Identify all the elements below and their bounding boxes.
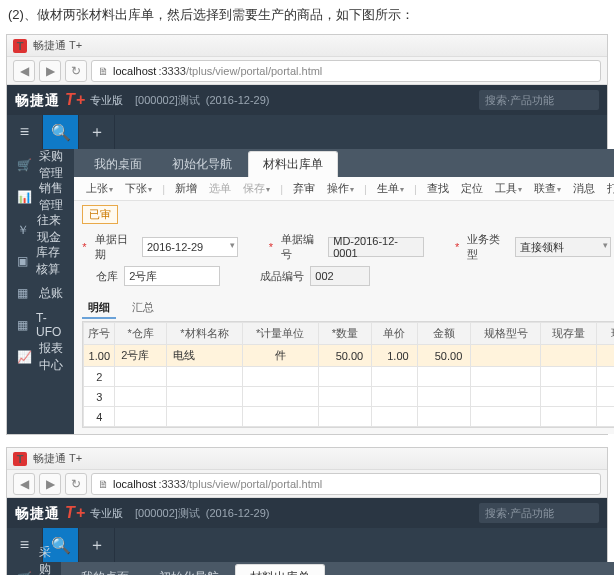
cmd-print[interactable]: 打印▾ bbox=[603, 181, 614, 196]
sidebar-item-gl[interactable]: ▦总账 bbox=[7, 277, 74, 309]
lbl-warehouse: 仓库 bbox=[96, 269, 118, 284]
cmd-locate[interactable]: 定位 bbox=[457, 181, 487, 196]
subtab-summary[interactable]: 汇总 bbox=[126, 298, 160, 319]
grid-row[interactable]: 4 bbox=[84, 407, 614, 427]
detail-grid: 序号*仓库*材料名称*计量单位*数量单价金额规格型号现存量现存量说明 1.00 … bbox=[82, 321, 614, 428]
input-biz-type[interactable]: 直接领料▾ bbox=[515, 237, 611, 257]
sidebar-item-report[interactable]: 📈报表中心 bbox=[7, 341, 74, 373]
page-tabs: 我的桌面 初始化导航 材料出库单 bbox=[74, 149, 614, 177]
grid-header: 序号*仓库*材料名称*计量单位*数量单价金额规格型号现存量现存量说明 bbox=[84, 323, 614, 345]
nav-fwd-icon[interactable]: ▶ bbox=[39, 473, 61, 495]
grid-row[interactable]: 1.00 2号库 电线 件 50.00 1.00 50.00 bbox=[84, 345, 614, 367]
nav-fwd-icon[interactable]: ▶ bbox=[39, 60, 61, 82]
tab-init[interactable]: 初始化导航 bbox=[145, 564, 233, 575]
brand-logo: 畅捷通 T+ bbox=[15, 504, 86, 523]
global-search[interactable]: 搜索·产品功能 bbox=[479, 90, 599, 110]
nav-reload-icon[interactable]: ↻ bbox=[65, 473, 87, 495]
cart-icon: 🛒 bbox=[17, 158, 31, 172]
edition: 专业版 bbox=[90, 93, 123, 108]
edition: 专业版 bbox=[90, 506, 123, 521]
cmd-ops[interactable]: 操作▾ bbox=[323, 181, 358, 196]
lbl-product-no: 成品编号 bbox=[260, 269, 304, 284]
global-search[interactable]: 搜索·产品功能 bbox=[479, 503, 599, 523]
cmd-gen[interactable]: 生单▾ bbox=[373, 181, 408, 196]
grid-subtabs: 明细 汇总 bbox=[74, 294, 614, 319]
account: [000002]测试 bbox=[135, 93, 200, 108]
sidebar: 🛒采购管理 📊销售管理 ￥往来现金 ▣库存核算 ▦总账 bbox=[7, 562, 61, 575]
grid-row[interactable]: 2 bbox=[84, 367, 614, 387]
menu-icon[interactable]: ≡ bbox=[7, 528, 43, 562]
cmd-tools[interactable]: 工具▾ bbox=[491, 181, 526, 196]
subtab-detail[interactable]: 明细 bbox=[82, 298, 116, 319]
sidebar-item-stock[interactable]: ▣库存核算 bbox=[7, 245, 74, 277]
nav-back-icon[interactable]: ◀ bbox=[13, 60, 35, 82]
urlbar: ◀ ▶ ↻ 🗎 localhost:3333/tplus/view/portal… bbox=[7, 470, 607, 498]
app-icon: T bbox=[13, 452, 27, 466]
cmd-select: 选单 bbox=[205, 181, 235, 196]
status-badge: 已审 bbox=[82, 205, 118, 224]
tab-material-out[interactable]: 材料出库单 bbox=[235, 564, 325, 575]
grid-icon: ▦ bbox=[17, 318, 28, 332]
app-window-1: T 畅捷通 T+ ◀ ▶ ↻ 🗎 localhost:3333/tplus/vi… bbox=[6, 34, 608, 435]
cmd-unapprove[interactable]: 弃审 bbox=[289, 181, 319, 196]
grid-icon: ▦ bbox=[17, 286, 31, 300]
lbl-biz-type: 业务类型 bbox=[467, 232, 508, 262]
cmd-related[interactable]: 联查▾ bbox=[530, 181, 565, 196]
lbl-bill-no: 单据编号 bbox=[281, 232, 322, 262]
add-icon[interactable]: ＋ bbox=[79, 528, 115, 562]
sidebar-item-sales[interactable]: 📊销售管理 bbox=[7, 181, 74, 213]
cart-icon: 🛒 bbox=[17, 571, 31, 575]
top-toolbar: ≡ 🔍 ＋ bbox=[7, 115, 607, 149]
instruction-text: (2)、做材两张材料出库单，然后选择到需要生产的商品，如下图所示： bbox=[0, 0, 614, 30]
top-toolbar: ≡ 🔍 ＋ bbox=[7, 528, 607, 562]
input-bill-date[interactable]: 2016-12-29▾ bbox=[142, 237, 238, 257]
address-bar[interactable]: 🗎 localhost:3333/tplus/view/portal/porta… bbox=[91, 473, 601, 495]
page-tabs: 我的桌面 初始化导航 材料出库单 bbox=[61, 562, 614, 575]
box-icon: ▣ bbox=[17, 254, 28, 268]
tab-material-out[interactable]: 材料出库单 bbox=[248, 151, 338, 177]
sidebar-item-tufo[interactable]: ▦T-UFO bbox=[7, 309, 74, 341]
app-icon: T bbox=[13, 39, 27, 53]
sidebar: 🛒采购管理 📊销售管理 ￥往来现金 ▣库存核算 ▦总账 ▦T-UFO 📈报表中心 bbox=[7, 149, 74, 434]
coin-icon: ￥ bbox=[17, 222, 29, 236]
grid-row[interactable]: 3 bbox=[84, 387, 614, 407]
add-icon[interactable]: ＋ bbox=[79, 115, 115, 149]
cmd-find[interactable]: 查找 bbox=[423, 181, 453, 196]
cmd-msg[interactable]: 消息 bbox=[569, 181, 599, 196]
brand-date: (2016-12-29) bbox=[206, 94, 270, 106]
address-bar[interactable]: 🗎 localhost:3333/tplus/view/portal/porta… bbox=[91, 60, 601, 82]
input-bill-no[interactable]: MD-2016-12-0001 bbox=[328, 237, 424, 257]
cmd-next[interactable]: 下张▾ bbox=[121, 181, 156, 196]
account: [000002]测试 bbox=[135, 506, 200, 521]
app-window-2: T 畅捷通 T+ ◀ ▶ ↻ 🗎 localhost:3333/tplus/vi… bbox=[6, 447, 608, 575]
urlbar: ◀ ▶ ↻ 🗎 localhost:3333/tplus/view/portal… bbox=[7, 57, 607, 85]
brand-logo: 畅捷通 T+ bbox=[15, 91, 86, 110]
chart-icon: 📊 bbox=[17, 190, 31, 204]
lbl-bill-date: 单据日期 bbox=[95, 232, 136, 262]
doc-icon: 📈 bbox=[17, 350, 31, 364]
sidebar-item-cash[interactable]: ￥往来现金 bbox=[7, 213, 74, 245]
brandbar: 畅捷通 T+ 专业版 [000002]测试 (2016-12-29) 搜索·产品… bbox=[7, 498, 607, 528]
input-warehouse[interactable]: 2号库 bbox=[124, 266, 220, 286]
nav-back-icon[interactable]: ◀ bbox=[13, 473, 35, 495]
sidebar-item-purchase[interactable]: 🛒采购管理 bbox=[7, 562, 61, 575]
command-bar: 上张▾ 下张▾ | 新增 选单 保存▾ | 弃审 操作▾ | 生单▾ | 查找 … bbox=[74, 177, 614, 201]
brand-date: (2016-12-29) bbox=[206, 507, 270, 519]
titlebar: T 畅捷通 T+ bbox=[7, 448, 607, 470]
brandbar: 畅捷通 T+ 专业版 [000002]测试 (2016-12-29) 搜索·产品… bbox=[7, 85, 607, 115]
app-title: 畅捷通 T+ bbox=[33, 38, 82, 53]
header-form: *单据日期 2016-12-29▾ *单据编号 MD-2016-12-0001 … bbox=[74, 228, 614, 294]
menu-icon[interactable]: ≡ bbox=[7, 115, 43, 149]
cmd-prev[interactable]: 上张▾ bbox=[82, 181, 117, 196]
search-icon[interactable]: 🔍 bbox=[43, 115, 79, 149]
app-title: 畅捷通 T+ bbox=[33, 451, 82, 466]
tab-desktop[interactable]: 我的桌面 bbox=[80, 151, 156, 177]
tab-init[interactable]: 初始化导航 bbox=[158, 151, 246, 177]
sidebar-item-purchase[interactable]: 🛒采购管理 bbox=[7, 149, 74, 181]
tab-desktop[interactable]: 我的桌面 bbox=[67, 564, 143, 575]
titlebar: T 畅捷通 T+ bbox=[7, 35, 607, 57]
cmd-save: 保存▾ bbox=[239, 181, 274, 196]
nav-reload-icon[interactable]: ↻ bbox=[65, 60, 87, 82]
input-product-no[interactable]: 002 bbox=[310, 266, 370, 286]
cmd-new[interactable]: 新增 bbox=[171, 181, 201, 196]
